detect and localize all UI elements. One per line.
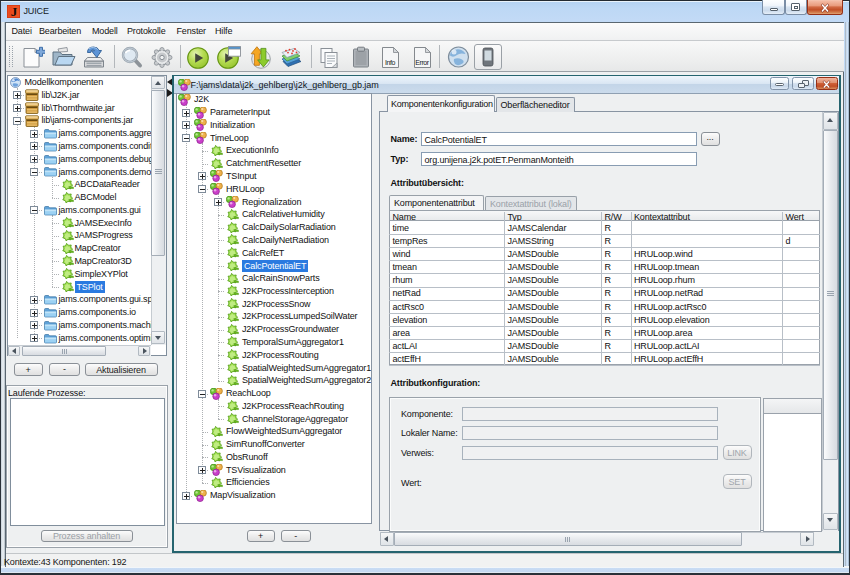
svg-text:Error: Error bbox=[415, 59, 430, 66]
svg-text:Info: Info bbox=[385, 59, 396, 66]
svg-text:J: J bbox=[11, 5, 18, 18]
